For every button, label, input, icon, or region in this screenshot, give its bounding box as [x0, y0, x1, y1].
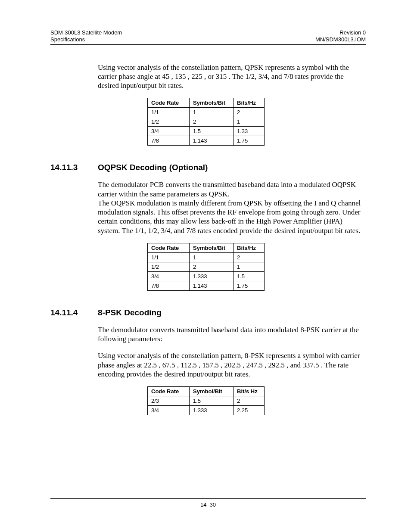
- cell: 1: [190, 252, 234, 262]
- table-row: 3/4 1.333 2.25: [148, 406, 265, 415]
- cell: 1: [234, 262, 265, 271]
- cell: 3/4: [148, 406, 190, 415]
- table-row: 1/2 2 1: [148, 262, 265, 271]
- section-heading-8psk: 14.11.4 8-PSK Decoding: [50, 308, 366, 317]
- header-left-line1: SDM-300L3 Satellite Modem: [50, 29, 122, 36]
- page-footer: 14–30: [50, 498, 366, 508]
- table-row: 1/1 1 2: [148, 252, 265, 262]
- cell: 1.33: [234, 127, 265, 136]
- cell: 2/3: [148, 396, 190, 406]
- cell: 1/2: [148, 262, 190, 271]
- cell: 1/2: [148, 117, 190, 127]
- cell: 7/8: [148, 136, 190, 146]
- table-row: 7/8 1.143 1.75: [148, 281, 265, 290]
- 8psk-para-1: The demodulator converts transmitted bas…: [98, 325, 366, 344]
- section-number: 14.11.3: [50, 163, 98, 172]
- cell: 2: [234, 396, 265, 406]
- header-rule: [50, 44, 366, 45]
- cell: 2: [190, 117, 234, 127]
- oqpsk-para-1: The demodulator PCB converts the transmi…: [98, 180, 366, 199]
- col-symbols-bit: Symbols/Bit: [190, 98, 234, 108]
- col-symbols-bit: Symbols/Bit: [190, 243, 234, 252]
- cell: 1.5: [234, 271, 265, 281]
- header-right-line2: MN/SDM300L3.IOM: [315, 36, 366, 43]
- table-row: 2/3 1.5 2: [148, 396, 265, 406]
- cell: 1.5: [190, 396, 234, 406]
- intro-paragraph: Using vector analysis of the constellati…: [98, 63, 366, 90]
- cell: 1.75: [234, 136, 265, 146]
- cell: 2: [234, 252, 265, 262]
- section-heading-oqpsk: 14.11.3 OQPSK Decoding (Optional): [50, 163, 366, 172]
- cell: 7/8: [148, 281, 190, 290]
- col-bits-hz: Bit/s Hz: [234, 387, 265, 396]
- table-row: 1/1 1 2: [148, 108, 265, 117]
- cell: 1.333: [190, 271, 234, 281]
- header-right-line1: Revision 0: [315, 29, 366, 36]
- section-title: 8-PSK Decoding: [98, 308, 162, 317]
- oqpsk-table: Code Rate Symbols/Bit Bits/Hz 1/1 1 2 1/…: [147, 243, 265, 291]
- section-title: OQPSK Decoding (Optional): [98, 163, 208, 172]
- table-row: 7/8 1.143 1.75: [148, 136, 265, 146]
- cell: 2: [234, 108, 265, 117]
- cell: 3/4: [148, 127, 190, 136]
- oqpsk-para-2: The OQPSK modulation is mainly different…: [98, 199, 366, 235]
- cell: 1.143: [190, 281, 234, 290]
- col-bits-hz: Bits/Hz: [234, 243, 265, 252]
- col-code-rate: Code Rate: [148, 387, 190, 396]
- cell: 1: [234, 117, 265, 127]
- table-row: 1/2 2 1: [148, 117, 265, 127]
- table-row: 3/4 1.5 1.33: [148, 127, 265, 136]
- footer-rule: [50, 498, 366, 499]
- col-bits-hz: Bits/Hz: [234, 98, 265, 108]
- cell: 1/1: [148, 108, 190, 117]
- col-code-rate: Code Rate: [148, 243, 190, 252]
- 8psk-table: Code Rate Symbol/Bit Bit/s Hz 2/3 1.5 2 …: [147, 386, 265, 415]
- page-header: SDM-300L3 Satellite Modem Specifications…: [50, 29, 366, 44]
- col-symbol-bit: Symbol/Bit: [190, 387, 234, 396]
- section-number: 14.11.4: [50, 308, 98, 317]
- page-number: 14–30: [50, 501, 366, 508]
- cell: 1.75: [234, 281, 265, 290]
- table-header-row: Code Rate Symbols/Bit Bits/Hz: [148, 98, 265, 108]
- col-code-rate: Code Rate: [148, 98, 190, 108]
- qpsk-table: Code Rate Symbols/Bit Bits/Hz 1/1 1 2 1/…: [147, 98, 265, 146]
- table-row: 3/4 1.333 1.5: [148, 271, 265, 281]
- cell: 1: [190, 108, 234, 117]
- cell: 1.143: [190, 136, 234, 146]
- 8psk-para-2: Using vector analysis of the constellati…: [98, 351, 366, 379]
- table-header-row: Code Rate Symbol/Bit Bit/s Hz: [148, 387, 265, 396]
- cell: 1.333: [190, 406, 234, 415]
- cell: 2.25: [234, 406, 265, 415]
- header-left-line2: Specifications: [50, 36, 122, 43]
- cell: 1.5: [190, 127, 234, 136]
- cell: 2: [190, 262, 234, 271]
- table-header-row: Code Rate Symbols/Bit Bits/Hz: [148, 243, 265, 252]
- cell: 3/4: [148, 271, 190, 281]
- cell: 1/1: [148, 252, 190, 262]
